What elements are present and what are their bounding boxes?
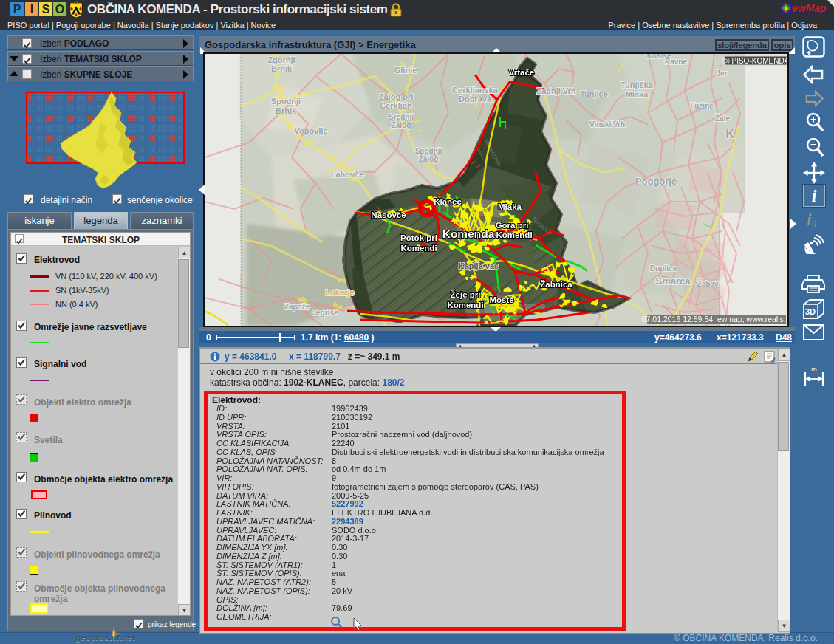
svg-text:Potok pri: Potok pri [400, 233, 437, 242]
svg-text:Podgorje: Podgorje [635, 176, 677, 187]
svg-text:Kaplja vas: Kaplja vas [459, 261, 499, 270]
svg-text:Zapože: Zapože [284, 303, 310, 311]
svg-text:m: m [811, 366, 817, 373]
svg-text:Dobrava: Dobrava [459, 95, 492, 103]
svg-text:K: K [725, 128, 734, 140]
svg-text:Duplica: Duplica [650, 264, 677, 273]
svg-text:Žabav: Žabav [697, 279, 719, 288]
svg-text:Spodnji: Spodnji [415, 147, 442, 155]
svg-text:Žale: Žale [715, 114, 730, 123]
svg-text:Brnik: Brnik [271, 64, 293, 73]
svg-text:Komendi: Komendi [400, 244, 437, 253]
svg-text:Mlaka: Mlaka [498, 202, 522, 211]
svg-text:Cerkljah: Cerkljah [380, 101, 412, 110]
svg-text:Ravne: Ravne [665, 58, 687, 66]
svg-text:Žeje pri: Žeje pri [451, 290, 481, 299]
svg-text:Brnik: Brnik [276, 106, 297, 115]
svg-text:3D: 3D [805, 307, 816, 316]
svg-text:Fužine: Fužine [690, 102, 714, 110]
svg-text:Zalog pri: Zalog pri [379, 92, 413, 101]
svg-text:Nasovče: Nasovče [371, 210, 406, 219]
svg-text:Žalog: Žalog [392, 120, 411, 129]
svg-text:Šmarca: Šmarca [656, 275, 691, 287]
svg-text:Moste: Moste [489, 295, 513, 304]
svg-text:Lahovče: Lahovče [331, 170, 364, 179]
svg-text:Glinje: Glinje [394, 66, 417, 75]
svg-text:Jer: Jer [716, 69, 727, 78]
svg-text:07.01.2016 12:59:54, ewmap, ww: 07.01.2016 12:59:54, ewmap, www.realis.s… [642, 315, 787, 323]
svg-text:Zgornji: Zgornji [267, 55, 295, 64]
svg-text:Gora pri: Gora pri [496, 221, 529, 230]
svg-text:Vopovlje: Vopovlje [294, 126, 327, 135]
svg-text:Žabnica: Žabnica [540, 280, 572, 289]
svg-text:Zadnji Vrh: Zadnji Vrh [536, 86, 575, 95]
svg-text:Cerkljanska: Cerkljanska [452, 86, 499, 95]
svg-text:Vinski Vrh: Vinski Vrh [589, 120, 625, 129]
svg-text:Tunjice: Tunjice [580, 89, 608, 98]
svg-text:ⓒ PISO-KOMENDA: ⓒ PISO-KOMENDA [722, 57, 787, 65]
svg-text:Klanec: Klanec [434, 197, 462, 206]
svg-text:Mlaka: Mlaka [626, 90, 649, 99]
svg-text:Komendi: Komendi [447, 301, 483, 309]
svg-text:Jegriše: Jegriše [312, 309, 338, 317]
svg-text:Spodnji: Spodnji [271, 97, 301, 106]
svg-text:Žalog: Žalog [419, 154, 439, 163]
svg-text:Komenda: Komenda [442, 227, 495, 240]
svg-text:Komendi: Komendi [496, 230, 532, 239]
svg-text:Vrtače: Vrtače [509, 68, 535, 77]
svg-text:Lokarje: Lokarje [325, 288, 354, 297]
svg-text:Srednji: Srednji [389, 113, 414, 121]
svg-text:Tunjiška: Tunjiška [621, 80, 654, 89]
